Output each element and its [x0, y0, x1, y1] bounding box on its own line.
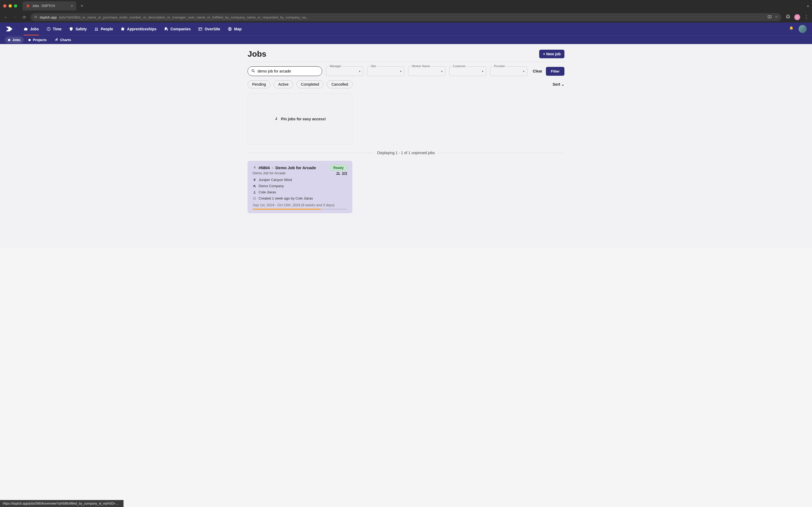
people-icon	[94, 27, 99, 31]
minimize-window-button[interactable]	[9, 4, 12, 7]
status-badge: Ready	[330, 165, 347, 171]
caret-down-icon: ▾	[441, 70, 443, 73]
url-domain: dsptch.app	[40, 15, 57, 19]
browser-toolbar: ← → ⟳ dsptch.app /jobs?q%5Bid_or_name_or…	[0, 12, 812, 22]
reload-button[interactable]: ⟳	[21, 15, 27, 20]
filter-button[interactable]: Filter	[546, 67, 565, 76]
bookmark-star-icon[interactable]: ☆	[775, 15, 778, 20]
nav-time[interactable]: Time	[47, 22, 61, 36]
nav-map[interactable]: Map	[228, 22, 242, 36]
job-manager: Cole Jiaras	[258, 190, 276, 194]
filter-worker-name[interactable]: Worker Name ▾	[408, 66, 446, 76]
workers-count: 2/2	[342, 171, 347, 176]
globe-icon	[228, 27, 232, 31]
sort-label: Sort	[553, 82, 560, 87]
chip-completed[interactable]: Completed	[296, 80, 324, 88]
subnav-projects[interactable]: Projects	[25, 37, 50, 43]
app-top-nav: Jobs Time Safety People Apprenticeships …	[0, 22, 812, 36]
subnav-charts[interactable]: Charts	[52, 37, 74, 43]
subnav-label: Projects	[33, 38, 47, 42]
nav-people[interactable]: People	[94, 22, 113, 36]
pinned-jobs-placeholder: Pin jobs for easy access!	[247, 93, 352, 145]
nav-label: Companies	[171, 27, 191, 31]
svg-rect-3	[36, 16, 37, 16]
pin-icon[interactable]	[252, 165, 257, 171]
bars-icon	[55, 38, 58, 42]
browser-tab-strip: Jobs · DSPTCH × + ▾	[0, 0, 812, 12]
page-title: Jobs	[247, 49, 267, 59]
filter-customer[interactable]: Customer ▾	[449, 66, 486, 76]
nav-companies[interactable]: Companies	[164, 22, 191, 36]
forward-button[interactable]: →	[12, 15, 18, 19]
new-tab-button[interactable]: +	[78, 3, 85, 9]
notifications-bell-icon[interactable]	[789, 26, 794, 32]
caret-down-icon: ▾	[359, 70, 360, 73]
tab-title: Jobs · DSPTCH	[32, 4, 55, 8]
shield-icon	[69, 27, 73, 31]
url-path: /jobs?q%5Bid_or_name_or_purchase_order_n…	[59, 15, 308, 19]
browser-profile-button[interactable]: c	[794, 14, 800, 20]
status-chip-row: Pending Active Completed Cancelled Sort …	[247, 80, 565, 88]
clock-icon	[47, 27, 51, 31]
nav-label: Map	[234, 27, 242, 31]
svg-point-17	[338, 172, 339, 173]
filter-manager[interactable]: Manager ▾	[326, 66, 363, 76]
svg-point-8	[95, 27, 96, 29]
app-logo-icon[interactable]	[5, 26, 13, 32]
chevron-down-icon: ⌄	[561, 82, 565, 87]
pin-placeholder-text: Pin jobs for easy access!	[281, 117, 326, 121]
nav-jobs[interactable]: Jobs	[23, 22, 39, 36]
job-site: Juniper Canyon Wind	[258, 178, 292, 182]
svg-rect-13	[56, 39, 57, 41]
address-bar[interactable]: dsptch.app /jobs?q%5Bid_or_name_or_purch…	[31, 13, 781, 21]
job-card[interactable]: #5804 - Demo Job for Arcade Demo Job for…	[247, 161, 352, 213]
filter-label: Site	[370, 64, 377, 68]
chip-active[interactable]: Active	[274, 80, 293, 88]
nav-safety[interactable]: Safety	[69, 22, 87, 36]
sort-button[interactable]: Sort ⌄	[553, 82, 565, 87]
browser-menu-icon[interactable]: ⋮	[804, 14, 809, 20]
job-progress-fill	[253, 209, 321, 210]
nav-label: Safety	[75, 27, 87, 31]
back-button[interactable]: ←	[3, 15, 9, 19]
close-window-button[interactable]	[3, 4, 6, 7]
chip-cancelled[interactable]: Cancelled	[327, 80, 353, 88]
browser-tab[interactable]: Jobs · DSPTCH ×	[22, 1, 76, 10]
nav-label: People	[101, 27, 113, 31]
site-info-icon[interactable]	[34, 15, 38, 19]
nav-label: Time	[53, 27, 61, 31]
job-created-line: Created 1 week ago by Cole Jiaras	[253, 196, 347, 200]
maximize-window-button[interactable]	[14, 4, 17, 7]
graduation-icon	[121, 27, 125, 31]
filter-controls: Manager ▾ Site ▾ Worker Name ▾ Customer …	[247, 66, 565, 76]
extensions-icon[interactable]	[785, 14, 791, 20]
clear-button[interactable]: Clear	[533, 69, 542, 73]
dot-icon	[28, 39, 31, 41]
filter-site[interactable]: Site ▾	[367, 66, 404, 76]
job-id: #5804	[258, 165, 270, 170]
search-input-wrapper[interactable]	[247, 66, 322, 76]
svg-point-15	[252, 69, 254, 71]
location-pin-icon	[253, 178, 256, 181]
user-avatar[interactable]	[799, 25, 807, 33]
subnav-jobs[interactable]: Jobs	[5, 37, 23, 43]
nav-apprenticeships[interactable]: Apprenticeships	[121, 22, 157, 36]
job-dates: Sep 1st, 2024 - Oct 15th, 2024 (6 weeks …	[253, 203, 347, 207]
results-count-text: Displaying 1 - 1 of 1 unpinned jobs	[373, 151, 439, 155]
building-icon	[253, 184, 256, 188]
window-controls	[3, 4, 17, 7]
nav-oversite[interactable]: OverSite	[198, 22, 220, 36]
nav-label: Jobs	[30, 27, 39, 31]
search-input[interactable]	[257, 69, 319, 73]
tabs-dropdown-icon[interactable]: ▾	[807, 4, 809, 8]
filter-provider[interactable]: Provider ▾	[490, 66, 527, 76]
job-created: Created 1 week ago by Cole Jiaras	[258, 196, 313, 200]
svg-point-16	[337, 172, 338, 173]
tab-close-icon[interactable]: ×	[71, 4, 73, 8]
install-app-icon[interactable]	[767, 15, 772, 20]
new-job-button[interactable]: + New job	[539, 50, 565, 58]
chip-pending[interactable]: Pending	[247, 80, 271, 88]
filter-label: Customer	[452, 64, 467, 68]
app-sub-nav: Jobs Projects Charts	[0, 36, 812, 44]
filter-label: Provider	[493, 64, 506, 68]
